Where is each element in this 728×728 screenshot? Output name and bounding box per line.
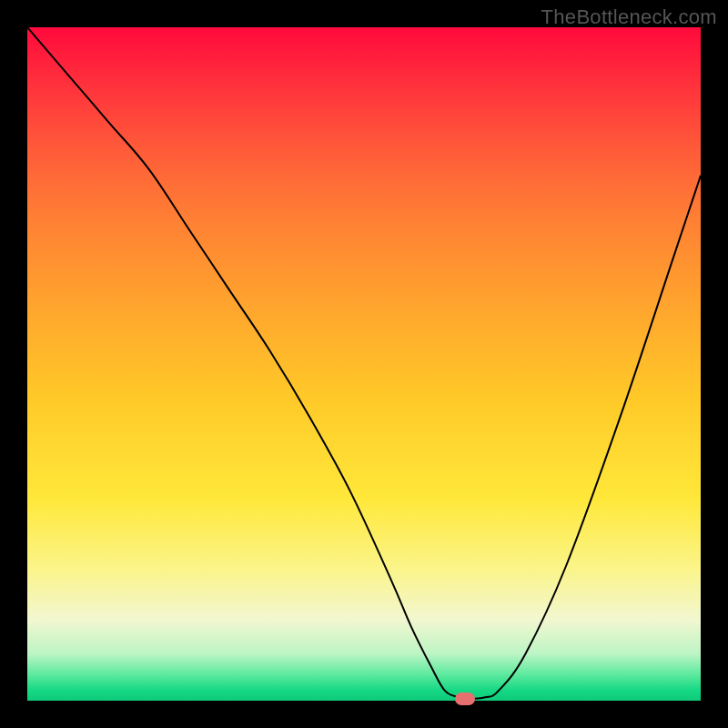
bottleneck-curve bbox=[27, 27, 701, 701]
chart-frame: TheBottleneck.com bbox=[0, 0, 728, 728]
watermark-text: TheBottleneck.com bbox=[541, 5, 717, 29]
curve-path bbox=[27, 27, 701, 699]
plot-area bbox=[27, 27, 701, 701]
optimal-point-marker bbox=[455, 693, 475, 705]
